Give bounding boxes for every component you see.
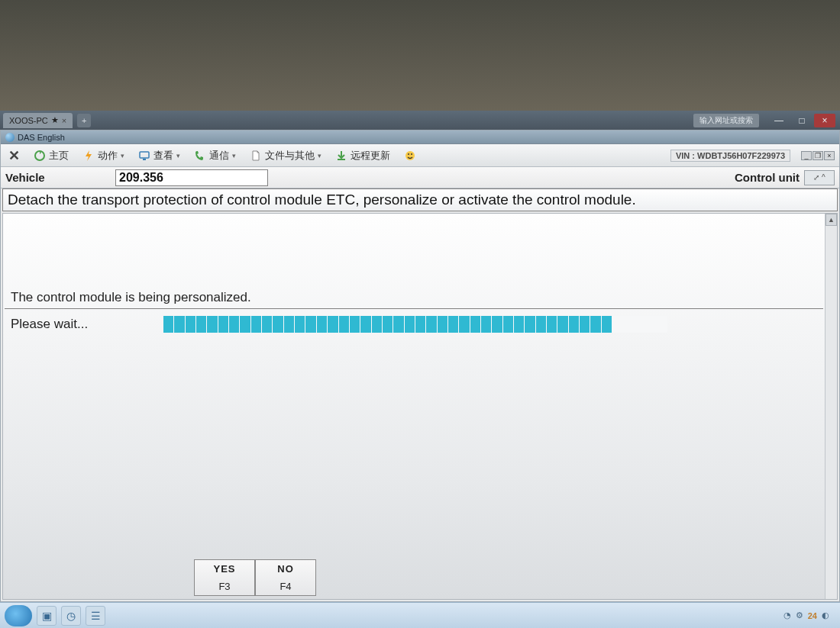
taskbar-app-3[interactable]: ☰ — [86, 606, 105, 626]
status-message: The control module is being personalized… — [11, 290, 822, 308]
progress-segment — [557, 316, 567, 333]
progress-segment — [590, 316, 600, 333]
tray-icon-2[interactable]: ⚙ — [796, 610, 803, 620]
progress-segment — [163, 316, 173, 333]
toolbar-action-button[interactable]: 动作 ▾ — [79, 147, 128, 164]
main-content-panel: ▲ The control module is being personaliz… — [2, 213, 838, 600]
progress-segment — [196, 316, 206, 333]
toolbar-remote-label: 远程更新 — [351, 149, 390, 163]
progress-segment — [580, 316, 590, 333]
progress-segment — [602, 316, 612, 333]
toolbar-action-label: 动作 — [98, 149, 118, 163]
close-x-icon: ✕ — [8, 147, 20, 164]
progress-segment — [393, 316, 403, 333]
instruction-bar: Detach the transport protection of contr… — [2, 188, 838, 211]
star-icon[interactable]: ★ — [51, 115, 59, 125]
toolbar-close-button[interactable]: ✕ — [5, 146, 23, 166]
yes-key-label: F3 — [218, 581, 230, 592]
photo-background — [0, 0, 840, 111]
yes-label: YES — [213, 563, 235, 575]
chevron-down-icon: ▾ — [232, 152, 236, 159]
svg-point-5 — [411, 153, 412, 155]
svg-point-3 — [405, 151, 415, 160]
vertical-scrollbar[interactable]: ▲ — [825, 214, 837, 599]
scroll-up-button[interactable]: ▲ — [825, 214, 837, 226]
toolbar-smile-button[interactable] — [401, 148, 419, 163]
tray-number: 24 — [808, 611, 817, 620]
toolbar-files-label: 文件与其他 — [265, 149, 315, 163]
svg-point-4 — [408, 153, 409, 155]
progress-segment — [448, 316, 458, 333]
progress-segment — [656, 316, 666, 333]
no-key-label: F4 — [279, 581, 291, 592]
progress-segment — [251, 316, 261, 333]
smile-icon — [404, 150, 416, 162]
toolbar-view-button[interactable]: 查看 ▾ — [135, 147, 183, 164]
progress-segment — [317, 316, 327, 333]
progress-segment — [405, 316, 415, 333]
toolbar-home-button[interactable]: 主页 — [31, 147, 72, 164]
browser-tab[interactable]: XOOS-PC ★ × — [3, 113, 73, 128]
new-tab-button[interactable]: + — [77, 114, 91, 127]
control-unit-expand-button[interactable]: ⤢ ^ — [804, 170, 835, 185]
tab-label: XOOS-PC — [9, 116, 48, 125]
file-icon — [250, 150, 262, 162]
svg-rect-2 — [143, 159, 146, 160]
screen-root: XOOS-PC ★ × + 输入网址或搜索 — □ × DAS English … — [0, 0, 840, 628]
function-key-row: YES F3 NO F4 — [194, 559, 316, 596]
inner-close-button[interactable]: × — [824, 151, 835, 160]
inner-restore-button[interactable]: ❐ — [813, 151, 823, 160]
bolt-icon — [82, 150, 95, 162]
divider-line — [5, 308, 823, 309]
progress-segment — [459, 316, 469, 333]
progress-segment — [360, 316, 370, 333]
control-unit-label: Control unit — [735, 171, 804, 184]
progress-segment — [240, 316, 250, 333]
progress-segment — [536, 316, 546, 333]
progress-segment — [503, 316, 513, 333]
browser-tab-strip: XOOS-PC ★ × + 输入网址或搜索 — □ × — [0, 111, 840, 130]
taskbar-app-2[interactable]: ◷ — [61, 606, 81, 626]
progress-segment — [339, 316, 349, 333]
progress-segment — [426, 316, 436, 333]
progress-segment — [635, 316, 645, 333]
progress-segment — [174, 316, 184, 333]
start-button[interactable] — [5, 605, 32, 626]
refresh-icon — [34, 150, 46, 162]
toolbar-home-label: 主页 — [49, 149, 69, 163]
progress-segment — [350, 316, 360, 333]
app-toolbar: ✕ 主页 动作 ▾ 查看 ▾ — [1, 144, 839, 167]
system-tray[interactable]: ◔ ⚙ 24 ◐ — [783, 610, 835, 620]
inner-minimize-button[interactable]: _ — [801, 151, 812, 160]
toolbar-remote-button[interactable]: 远程更新 — [332, 147, 393, 164]
windows-taskbar: ▣ ◷ ☰ ◔ ⚙ 24 ◐ — [0, 602, 840, 628]
toolbar-files-button[interactable]: 文件与其他 ▾ — [247, 147, 325, 164]
progress-segment — [525, 316, 535, 333]
tray-icon-3[interactable]: ◐ — [822, 610, 829, 620]
progress-segment — [470, 316, 480, 333]
chevron-down-icon: ▾ — [176, 152, 180, 159]
tray-icon-1[interactable]: ◔ — [783, 610, 791, 620]
window-close-button[interactable]: × — [814, 114, 835, 127]
toolbar-view-label: 查看 — [153, 149, 173, 163]
yes-button[interactable]: YES F3 — [194, 559, 255, 596]
download-icon — [335, 150, 347, 162]
progress-segment — [284, 316, 294, 333]
progress-segment — [569, 316, 579, 333]
vehicle-value: 209.356 — [115, 169, 268, 186]
window-minimize-button[interactable]: — — [768, 114, 790, 127]
tab-close-icon[interactable]: × — [62, 116, 66, 125]
taskbar-app-1[interactable]: ▣ — [37, 606, 57, 626]
progress-segment — [218, 316, 228, 333]
no-button[interactable]: NO F4 — [255, 559, 316, 596]
app-title: DAS English — [18, 133, 65, 142]
app-titlebar: DAS English — [1, 130, 839, 144]
address-hint[interactable]: 输入网址或搜索 — [693, 114, 759, 127]
progress-segment — [438, 316, 447, 333]
vehicle-label: Vehicle — [1, 171, 115, 184]
window-maximize-button[interactable]: □ — [791, 114, 813, 127]
progress-segment — [305, 316, 315, 333]
toolbar-comm-button[interactable]: 通信 ▾ — [191, 147, 239, 164]
progress-segment — [273, 316, 283, 333]
progress-segment — [262, 316, 272, 333]
